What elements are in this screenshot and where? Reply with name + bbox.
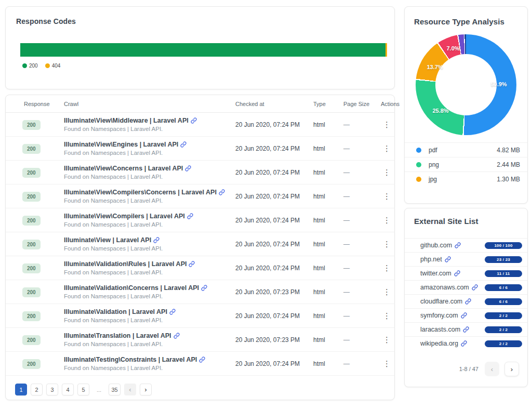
- page-button[interactable]: 35: [109, 384, 121, 395]
- crawl-link[interactable]: Illuminate\Validation\Rules | Laravel AP…: [64, 260, 187, 268]
- site-domain: symfony.com: [420, 312, 458, 319]
- status-badge: 200: [22, 359, 41, 369]
- crawl-subtitle: Found on Namespaces | Laravel API.: [64, 126, 235, 132]
- page-button[interactable]: 4: [62, 384, 74, 395]
- external-next-button[interactable]: ›: [504, 362, 519, 376]
- page-button[interactable]: 2: [31, 384, 43, 395]
- external-prev-button[interactable]: ‹: [485, 362, 499, 376]
- crawl-link[interactable]: Illuminate\Translation | Laravel API: [64, 332, 171, 339]
- site-link[interactable]: twitter.com: [420, 270, 460, 277]
- external-site-row: cloudflare.com 6 / 6: [405, 294, 527, 308]
- crawl-cell: Illuminate\Validation | Laravel API Foun…: [64, 308, 235, 323]
- page-button[interactable]: 5: [77, 384, 89, 395]
- crawl-table-card: Response Crawl Checked at Type Page Size…: [5, 95, 395, 400]
- kebab-menu-icon[interactable]: ⋮: [381, 287, 393, 297]
- checked-at-cell: 20 Jun 2020, 07:24 PM: [235, 360, 313, 367]
- crawl-link[interactable]: Illuminate\Validation\Concerns | Laravel…: [64, 284, 199, 292]
- external-link-icon[interactable]: [180, 141, 187, 148]
- next-page-button[interactable]: ›: [140, 384, 152, 395]
- kebab-menu-icon[interactable]: ⋮: [381, 143, 393, 153]
- kebab-menu-icon[interactable]: ⋮: [381, 263, 393, 273]
- external-link-icon[interactable]: [187, 213, 193, 219]
- crawl-cell: Illuminate\View\Compilers\Concerns | Lar…: [64, 189, 235, 204]
- page-size-cell: —: [343, 360, 381, 367]
- response-cell: 200: [20, 143, 64, 154]
- checked-at-cell: 20 Jun 2020, 07:24 PM: [235, 265, 313, 272]
- crawl-link[interactable]: Illuminate\View\Concerns | Laravel API: [64, 165, 183, 172]
- bar-segment-200[interactable]: [20, 43, 385, 57]
- crawl-subtitle: Found on Namespaces | Laravel API.: [64, 341, 235, 347]
- status-badge: 200: [22, 335, 41, 345]
- status-badge: 200: [22, 192, 41, 202]
- pdf-dot-icon: [416, 148, 421, 153]
- page-size-cell: —: [343, 121, 381, 128]
- status-badge: 200: [22, 263, 41, 273]
- external-sites-list: github.com 100 / 100 php.net 23 / 23: [405, 238, 527, 350]
- table-pagination: 1 2 3 4 5 ... 35 ‹ ›: [15, 384, 394, 395]
- site-link[interactable]: cloudflare.com: [420, 298, 471, 305]
- legend-label-404: 404: [52, 63, 61, 69]
- site-domain: laracasts.com: [420, 326, 460, 333]
- checked-at-cell: 20 Jun 2020, 07:24 PM: [235, 145, 313, 152]
- crawl-cell: Illuminate\View\Concerns | Laravel API F…: [64, 165, 235, 180]
- external-link-icon[interactable]: [153, 237, 159, 243]
- prev-page-button[interactable]: ‹: [124, 384, 136, 395]
- kebab-menu-icon[interactable]: ⋮: [381, 215, 393, 225]
- crawl-cell: Illuminate\Validation\Concerns | Laravel…: [64, 284, 235, 299]
- page-button[interactable]: 3: [46, 384, 58, 395]
- resource-type-card: Resource Type Analysis 50.9% 25.8% 13.7%…: [404, 6, 528, 204]
- checked-at-cell: 20 Jun 2020, 07:24 PM: [235, 217, 313, 224]
- crawl-link[interactable]: Illuminate\View\Middleware | Laravel API: [64, 117, 189, 124]
- slice-label-red: 7.0%: [446, 45, 459, 51]
- site-link[interactable]: amazonaws.com: [420, 284, 478, 291]
- response-cell: 200: [20, 239, 64, 249]
- kebab-menu-icon[interactable]: ⋮: [381, 359, 393, 368]
- external-link-icon[interactable]: [169, 309, 176, 315]
- donut-chart[interactable]: 50.9% 25.8% 13.7% 7.0%: [416, 34, 516, 135]
- bar-segment-404[interactable]: [385, 43, 387, 57]
- site-link[interactable]: laracasts.com: [420, 326, 469, 333]
- crawl-link[interactable]: Illuminate\View | Laravel API: [64, 236, 151, 244]
- external-site-row: twitter.com 11 / 11: [405, 266, 527, 280]
- kebab-menu-icon[interactable]: ⋮: [381, 191, 393, 201]
- response-cell: 200: [20, 335, 64, 345]
- crawl-link[interactable]: Illuminate\Validation | Laravel API: [64, 308, 167, 315]
- external-link-icon[interactable]: [219, 189, 225, 195]
- link-icon: [463, 326, 469, 333]
- external-site-row: php.net 23 / 23: [405, 252, 527, 266]
- crawl-link[interactable]: Illuminate\View\Compilers\Concerns | Lar…: [64, 189, 217, 196]
- site-domain: amazonaws.com: [420, 284, 469, 291]
- site-count-badge: 2 / 2: [485, 312, 522, 319]
- kebab-menu-icon[interactable]: ⋮: [381, 120, 393, 129]
- crawl-link[interactable]: Illuminate\Testing\Constraints | Laravel…: [64, 356, 197, 363]
- slice-label-png: 25.8%: [432, 108, 448, 114]
- site-link[interactable]: symfony.com: [420, 312, 467, 319]
- kebab-menu-icon[interactable]: ⋮: [381, 167, 393, 177]
- page-buttons: 1 2 3 4 5 ... 35: [15, 384, 121, 395]
- actions-cell: ⋮: [381, 191, 396, 201]
- external-link-icon[interactable]: [199, 357, 205, 363]
- status-badge: 200: [22, 240, 41, 249]
- external-sites-card: External Site List github.com 100 / 100 …: [404, 208, 528, 387]
- response-cell: 200: [20, 287, 64, 297]
- kebab-menu-icon[interactable]: ⋮: [381, 311, 393, 321]
- kebab-menu-icon[interactable]: ⋮: [381, 239, 393, 249]
- crawl-link[interactable]: Illuminate\View\Engines | Laravel API: [64, 141, 178, 148]
- page-button[interactable]: 1: [15, 384, 27, 395]
- actions-cell: ⋮: [381, 239, 396, 249]
- crawl-link[interactable]: Illuminate\View\Compilers | Laravel API: [64, 213, 185, 220]
- response-cell: 200: [20, 311, 64, 321]
- legend-item-404: 404: [45, 63, 61, 69]
- site-link[interactable]: github.com: [420, 242, 461, 249]
- external-link-icon[interactable]: [185, 165, 191, 171]
- status-badge: 200: [22, 144, 41, 154]
- response-codes-bar-chart[interactable]: [20, 43, 387, 57]
- page-button[interactable]: ...: [93, 384, 105, 395]
- site-link[interactable]: wikipedia.org: [420, 340, 467, 347]
- site-link[interactable]: php.net: [420, 256, 451, 263]
- external-link-icon[interactable]: [191, 117, 197, 124]
- external-link-icon[interactable]: [174, 333, 180, 339]
- external-link-icon[interactable]: [201, 285, 207, 291]
- external-link-icon[interactable]: [189, 261, 195, 267]
- kebab-menu-icon[interactable]: ⋮: [381, 335, 393, 345]
